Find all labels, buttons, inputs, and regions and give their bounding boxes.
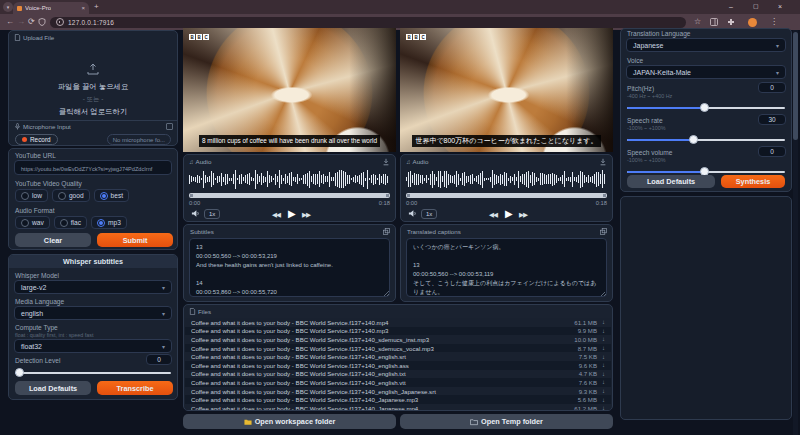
resize-handle[interactable] [601, 291, 606, 296]
download-icon[interactable]: ↓ [602, 319, 605, 325]
playback-speed-button[interactable]: 1x [421, 209, 437, 219]
waveform-scrollbar[interactable] [406, 193, 607, 198]
compute-type-dropdown[interactable]: float32▾ [14, 339, 172, 353]
file-row[interactable]: Coffee and what it does to your body - B… [185, 387, 611, 396]
file-name[interactable]: Coffee and what it does to your body - B… [191, 345, 573, 352]
detection-level-slider[interactable] [15, 368, 171, 377]
upload-dropzone[interactable]: 파일을 끌어 놓으세요 - 또는 - 클릭해서 업로드하기 [9, 61, 177, 117]
file-name[interactable]: Coffee and what it does to your body - B… [191, 388, 574, 395]
file-row[interactable]: Coffee and what it does to your body - B… [185, 395, 611, 404]
download-icon[interactable]: ↓ [602, 371, 605, 377]
file-row[interactable]: Coffee and what it does to your body - B… [185, 370, 611, 379]
download-icon[interactable]: ↓ [602, 345, 605, 351]
file-row[interactable]: Coffee and what it does to your body - B… [185, 327, 611, 336]
download-icon[interactable]: ↓ [602, 388, 605, 394]
window-close-button[interactable]: × [778, 1, 782, 12]
scrollbar-thumb[interactable] [793, 32, 798, 140]
voice-dropdown[interactable]: JAPAN-Keita-Male▾ [626, 65, 786, 79]
file-name[interactable]: Coffee and what it does to your body - B… [191, 396, 573, 403]
new-tab-button[interactable]: + [94, 2, 99, 12]
shield-icon[interactable] [38, 18, 46, 26]
download-icon[interactable]: ↓ [602, 336, 605, 342]
speech-volume-input[interactable]: 0 [758, 146, 786, 157]
window-maximize-button[interactable]: ▢ [753, 1, 759, 12]
file-name[interactable]: Coffee and what it does to your body - B… [191, 379, 574, 386]
detection-level-input[interactable]: 0 [146, 354, 172, 365]
waveform[interactable] [406, 168, 607, 190]
download-icon[interactable]: ↓ [602, 405, 605, 411]
file-row[interactable]: Coffee and what it does to your body - B… [185, 352, 611, 361]
format-option-flac[interactable]: flac [54, 216, 87, 229]
rewind-icon[interactable]: ◀◀ [272, 211, 280, 219]
extensions-icon[interactable] [727, 18, 735, 26]
translated-captions-textarea[interactable]: いくつかの癌とパーキンソン病。 13 00:00:50,560 --> 00:0… [406, 238, 607, 297]
speech-rate-input[interactable]: 30 [758, 114, 786, 125]
quality-option-best[interactable]: best [94, 189, 129, 202]
slider-knob[interactable] [689, 135, 698, 144]
forward-icon[interactable]: → [17, 17, 25, 27]
mic-settings-icon[interactable] [166, 123, 173, 130]
youtube-url-input[interactable]: https://youtu.be/0wEvDdZ7Yck?si=yjwgJ74P… [14, 160, 172, 175]
format-option-mp3[interactable]: mp3 [91, 216, 127, 229]
open-workspace-folder-button[interactable]: Open workspace folder [183, 414, 396, 429]
download-icon[interactable]: ↓ [602, 362, 605, 368]
file-name[interactable]: Coffee and what it does to your body - B… [191, 319, 569, 326]
media-language-dropdown[interactable]: english▾ [14, 306, 172, 320]
copy-icon[interactable] [383, 228, 390, 235]
rewind-icon[interactable]: ◀◀ [489, 211, 497, 219]
video-player-original[interactable]: BBC 8 million cups of coffee will have b… [183, 28, 396, 152]
download-icon[interactable]: ↓ [602, 328, 605, 334]
window-minimize-button[interactable]: – [729, 1, 733, 12]
play-icon[interactable]: ▶ [288, 208, 296, 219]
waveform-scrollbar[interactable] [189, 193, 390, 198]
synthesis-button[interactable]: Synthesis [721, 175, 785, 188]
file-row[interactable]: Coffee and what it does to your body - B… [185, 318, 611, 327]
fast-forward-icon[interactable]: ▶▶ [519, 211, 527, 219]
file-row[interactable]: Coffee and what it does to your body - B… [185, 344, 611, 353]
speaker-icon[interactable] [191, 209, 200, 218]
file-row[interactable]: Coffee and what it does to your body - B… [185, 404, 611, 411]
transcribe-button[interactable]: Transcribe [97, 381, 173, 395]
profile-avatar[interactable] [748, 18, 757, 27]
resize-handle[interactable] [384, 291, 389, 296]
download-icon[interactable]: ↓ [602, 397, 605, 403]
bookmark-star-icon[interactable]: ☆ [694, 17, 701, 27]
speech-rate-slider[interactable] [627, 135, 785, 144]
video-player-translated[interactable]: BBC 世界中で800万杯のコーヒーが飲まれたことになります。 [400, 28, 613, 152]
clear-button[interactable]: Clear [15, 233, 91, 247]
file-name[interactable]: Coffee and what it does to your body - B… [191, 353, 574, 360]
whisper-load-defaults-button[interactable]: Load Defaults [15, 381, 91, 395]
file-name[interactable]: Coffee and what it does to your body - B… [191, 362, 574, 369]
file-row[interactable]: Coffee and what it does to your body - B… [185, 378, 611, 387]
file-row[interactable]: Coffee and what it does to your body - B… [185, 335, 611, 344]
tab-close-icon[interactable]: × [81, 5, 85, 11]
file-name[interactable]: Coffee and what it does to your body - B… [191, 405, 569, 411]
download-icon[interactable]: ↓ [602, 354, 605, 360]
tab-search-icon[interactable]: ▾ [3, 2, 13, 12]
file-name[interactable]: Coffee and what it does to your body - B… [191, 336, 569, 343]
file-row[interactable]: Coffee and what it does to your body - B… [185, 361, 611, 370]
whisper-model-dropdown[interactable]: large-v2▾ [14, 280, 172, 294]
submit-button[interactable]: Submit [97, 233, 173, 247]
site-info-icon[interactable] [56, 18, 64, 26]
record-button[interactable]: Record [15, 134, 58, 145]
quality-option-good[interactable]: good [52, 189, 90, 202]
subtitles-textarea[interactable]: 13 00:00:50,560 --> 00:00:53,219 And the… [189, 238, 390, 297]
side-panel-icon[interactable] [710, 18, 718, 26]
download-icon[interactable] [599, 158, 607, 166]
back-icon[interactable]: ← [6, 17, 14, 27]
slider-knob[interactable] [700, 103, 709, 112]
download-icon[interactable] [382, 158, 390, 166]
quality-option-low[interactable]: low [15, 189, 48, 202]
fast-forward-icon[interactable]: ▶▶ [302, 211, 310, 219]
download-icon[interactable]: ↓ [602, 379, 605, 385]
pitch-input[interactable]: 0 [758, 82, 786, 93]
reload-icon[interactable]: ⟳ [28, 17, 35, 27]
browser-tab[interactable]: Voice-Pro × [13, 2, 89, 14]
tts-load-defaults-button[interactable]: Load Defaults [627, 175, 715, 188]
playback-speed-button[interactable]: 1x [204, 209, 220, 219]
play-icon[interactable]: ▶ [505, 208, 513, 219]
slider-knob[interactable] [15, 368, 24, 377]
page-scrollbar[interactable] [793, 30, 798, 435]
speaker-icon[interactable] [408, 209, 417, 218]
